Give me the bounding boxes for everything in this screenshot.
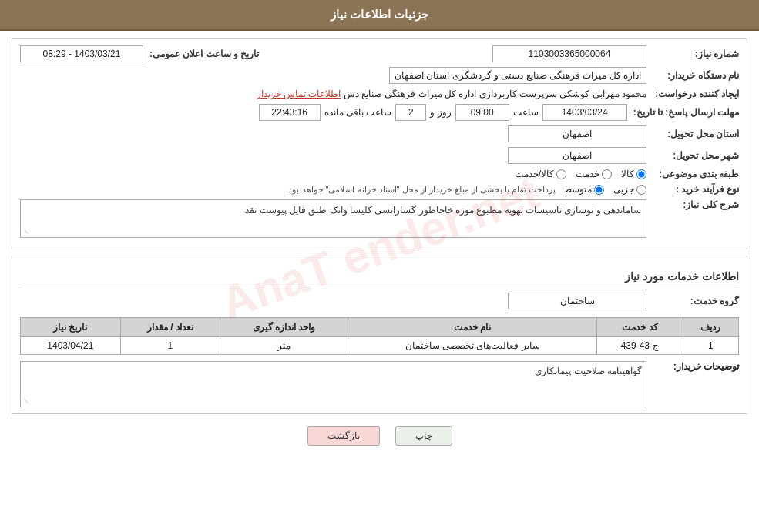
radio-jozi: جزیی bbox=[613, 184, 646, 195]
header-title: جزئیات اطلاعات نیاز bbox=[331, 8, 428, 21]
buyer-notes-box: گواهینامه صلاحیت پیمانکاری ⟋ bbox=[20, 361, 646, 407]
deadline-day-label: روز و bbox=[426, 107, 455, 118]
cell-unit: متر bbox=[220, 337, 348, 355]
page-header: جزئیات اطلاعات نیاز bbox=[0, 0, 759, 31]
col-row: ردیف bbox=[683, 318, 738, 337]
deadline-remaining: 22:43:16 bbox=[259, 104, 321, 121]
description-box: ساماندهی و نوسازی تاسیسات تهویه مطبوع مو… bbox=[20, 199, 646, 238]
deadline-time-label: ساعت bbox=[509, 107, 542, 118]
radio-motavasset: متوسط bbox=[563, 184, 604, 195]
purchase-type-radio-group: جزیی متوسط bbox=[563, 184, 646, 195]
city-value: اصفهان bbox=[508, 147, 646, 164]
description-label: شرح کلی نیاز: bbox=[646, 199, 739, 210]
city-label: شهر محل تحویل: bbox=[646, 150, 739, 161]
row-description: شرح کلی نیاز: ساماندهی و نوسازی تاسیسات … bbox=[20, 199, 739, 238]
category-label: طبقه بندی موضوعی: bbox=[646, 169, 739, 179]
back-button[interactable]: بازگشت bbox=[307, 426, 380, 446]
publish-date-value: 1403/03/21 - 08:29 bbox=[20, 45, 143, 62]
col-name: نام خدمت bbox=[348, 318, 597, 337]
buyer-notes-value: گواهینامه صلاحیت پیمانکاری bbox=[535, 366, 642, 376]
radio-khedmat: خدمت bbox=[576, 169, 612, 179]
buttons-row: چاپ بازگشت bbox=[12, 426, 747, 457]
resize-icon: ⟋ bbox=[22, 227, 30, 236]
radio-khedmat-label: خدمت bbox=[576, 169, 599, 179]
radio-motavasset-label: متوسط bbox=[563, 184, 592, 195]
org-name-value: اداره کل میراث فرهنگی صنایع دستی و گردشگ… bbox=[389, 67, 646, 84]
cell-date: 1403/04/21 bbox=[21, 337, 121, 355]
deadline-days: 2 bbox=[395, 104, 426, 121]
radio-kala: کالا bbox=[621, 169, 646, 179]
radio-kala-label: کالا bbox=[621, 169, 634, 179]
cell-qty: 1 bbox=[120, 337, 220, 355]
deadline-date: 1403/03/24 bbox=[542, 104, 627, 121]
creator-link[interactable]: اطلاعات تماس خریدار bbox=[257, 89, 341, 99]
buyer-notes-row: توضیحات خریدار: گواهینامه صلاحیت پیمانکا… bbox=[20, 361, 739, 407]
cell-code: ج-43-439 bbox=[597, 337, 683, 355]
row-org-name: نام دستگاه خریدار: اداره کل میراث فرهنگی… bbox=[20, 67, 739, 84]
purchase-type-note: پرداخت تمام یا بخشی از مبلغ خریدار از مح… bbox=[286, 185, 563, 195]
services-section: اطلاعات خدمات مورد نیاز گروه خدمت: ساختم… bbox=[12, 256, 747, 414]
service-group-value: ساختمان bbox=[508, 293, 646, 309]
deadline-time: 09:00 bbox=[455, 104, 509, 121]
radio-kala-input[interactable] bbox=[636, 169, 646, 179]
request-number-label: شماره نیاز: bbox=[646, 49, 739, 59]
col-unit: واحد اندازه گیری bbox=[220, 318, 348, 337]
cell-name: سایر فعالیت‌های تخصصی ساختمان bbox=[348, 337, 597, 355]
request-number-value: 1103003365000064 bbox=[492, 45, 646, 62]
purchase-type-label: نوع فرآیند خرید : bbox=[646, 184, 739, 195]
publish-date-label: تاریخ و ساعت اعلان عمومی: bbox=[143, 49, 259, 59]
province-value: اصفهان bbox=[508, 125, 646, 142]
buyer-notes-label: توضیحات خریدار: bbox=[646, 361, 739, 372]
print-button[interactable]: چاپ bbox=[395, 426, 452, 446]
description-value: ساماندهی و نوسازی تاسیسات تهویه مطبوع مو… bbox=[245, 205, 641, 216]
row-city: شهر محل تحویل: اصفهان bbox=[20, 147, 739, 164]
col-code: کد خدمت bbox=[597, 318, 683, 337]
resize-icon-notes: ⟋ bbox=[22, 396, 30, 405]
org-name-label: نام دستگاه خریدار: bbox=[646, 70, 739, 81]
services-table: ردیف کد خدمت نام خدمت واحد اندازه گیری ت… bbox=[20, 317, 739, 355]
radio-jozi-label: جزیی bbox=[613, 184, 634, 195]
row-request-number: شماره نیاز: 1103003365000064 تاریخ و ساع… bbox=[20, 45, 739, 62]
cell-row: 1 bbox=[683, 337, 738, 355]
radio-kala-khedmat: کالا/خدمت bbox=[515, 169, 566, 179]
col-qty: تعداد / مقدار bbox=[120, 318, 220, 337]
radio-jozi-input[interactable] bbox=[636, 185, 646, 195]
row-category: طبقه بندی موضوعی: کالا خدمت کالا/خدمت bbox=[20, 169, 739, 179]
creator-label: ایجاد کننده درخواست: bbox=[646, 89, 739, 99]
table-header-row: ردیف کد خدمت نام خدمت واحد اندازه گیری ت… bbox=[21, 318, 739, 337]
row-creator: ایجاد کننده درخواست: محمود مهرابی کوشکی … bbox=[20, 89, 739, 99]
radio-kala-khedmat-input[interactable] bbox=[556, 169, 566, 179]
creator-value: محمود مهرابی کوشکی سرپرست کاربردازی ادار… bbox=[344, 89, 646, 99]
services-section-title: اطلاعات خدمات مورد نیاز bbox=[20, 270, 739, 286]
row-service-group: گروه خدمت: ساختمان bbox=[20, 293, 739, 309]
row-purchase-type: نوع فرآیند خرید : جزیی متوسط پرداخت تمام… bbox=[20, 184, 739, 195]
services-table-container: ردیف کد خدمت نام خدمت واحد اندازه گیری ت… bbox=[20, 317, 739, 355]
category-radio-group: کالا خدمت کالا/خدمت bbox=[515, 169, 646, 179]
radio-kala-khedmat-label: کالا/خدمت bbox=[515, 169, 554, 179]
province-label: استان محل تحویل: bbox=[646, 129, 739, 139]
col-date: تاریخ نیاز bbox=[21, 318, 121, 337]
service-group-label: گروه خدمت: bbox=[646, 296, 739, 306]
table-row: 1ج-43-439سایر فعالیت‌های تخصصی ساختمانمت… bbox=[21, 337, 739, 355]
row-deadline: مهلت ارسال پاسخ: تا تاریخ: 1403/03/24 سا… bbox=[20, 104, 739, 121]
row-province: استان محل تحویل: اصفهان bbox=[20, 125, 739, 142]
main-form: شماره نیاز: 1103003365000064 تاریخ و ساع… bbox=[12, 38, 747, 249]
radio-motavasset-input[interactable] bbox=[594, 185, 604, 195]
deadline-label: مهلت ارسال پاسخ: تا تاریخ: bbox=[627, 107, 739, 118]
radio-khedmat-input[interactable] bbox=[602, 169, 612, 179]
deadline-remaining-label: ساعت باقی مانده bbox=[321, 107, 396, 118]
